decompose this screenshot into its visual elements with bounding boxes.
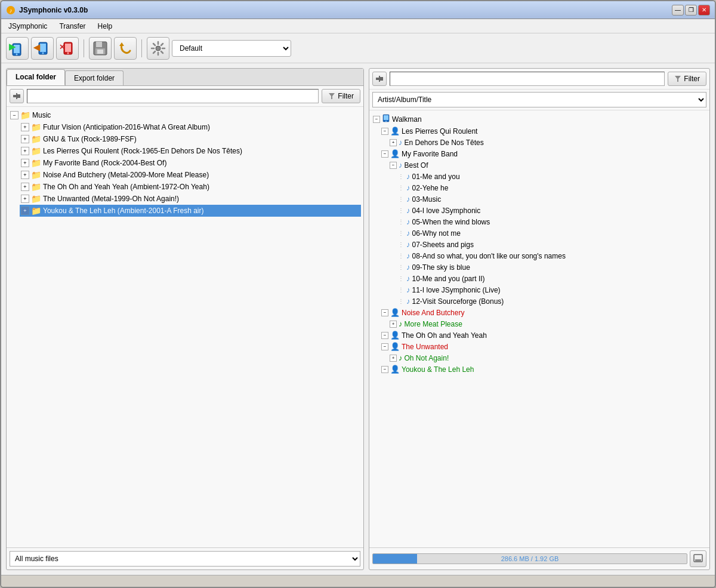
- remove-device-button[interactable]: ✕: [56, 37, 79, 60]
- tab-export-folder[interactable]: Export folder: [65, 70, 124, 85]
- list-item[interactable]: + 📁 Futur Vision (Anticipation-2016-What…: [20, 121, 361, 133]
- album-expander[interactable]: +: [390, 321, 397, 328]
- track-icon: ♪: [406, 263, 411, 272]
- list-item[interactable]: ⋮ ♪ 03-Music: [397, 193, 707, 205]
- item-expander[interactable]: +: [21, 171, 29, 179]
- list-item[interactable]: − 👤 Noise And Butchery: [380, 307, 707, 318]
- svg-rect-32: [376, 78, 379, 80]
- album-expander[interactable]: −: [390, 162, 397, 169]
- svg-rect-7: [40, 44, 46, 52]
- list-item[interactable]: + 📁 The Unwanted (Metal-1999-Oh Not Agai…: [20, 193, 361, 205]
- item-expander[interactable]: +: [21, 183, 29, 191]
- root-folder-icon: 📁: [20, 110, 30, 120]
- save-button[interactable]: [89, 37, 112, 60]
- list-item[interactable]: ⋮ ♪ 06-Why not me: [397, 227, 707, 239]
- undo-button[interactable]: [114, 37, 137, 60]
- artist-expander[interactable]: −: [381, 309, 388, 316]
- list-item[interactable]: − 👤 The Unwanted: [380, 341, 707, 352]
- track-icon: ♪: [406, 183, 411, 192]
- menu-jsymphonic[interactable]: JSymphonic: [6, 21, 50, 32]
- list-item[interactable]: ⋮ ♪ 10-Me and you (part II): [397, 273, 707, 284]
- list-item[interactable]: − 👤 Youkou & The Leh Leh: [380, 364, 707, 375]
- menu-help[interactable]: Help: [95, 21, 115, 32]
- list-item[interactable]: ⋮ ♪ 04-I love JSymphonic: [397, 205, 707, 216]
- list-item[interactable]: + 📁 Les Pierres Qui Roulent (Rock-1965-E…: [20, 145, 361, 157]
- album-expander[interactable]: +: [390, 355, 397, 362]
- list-item[interactable]: + 📁 GNU & Tux (Rock-1989-FSF): [20, 133, 361, 145]
- list-item[interactable]: ⋮ ♪ 09-The sky is blue: [397, 261, 707, 273]
- list-item[interactable]: + 📁 The Oh Oh and Yeah Yeah (Ambient-197…: [20, 181, 361, 193]
- right-filter-button[interactable]: Filter: [668, 72, 706, 86]
- tree-item-label: The Oh Oh and Yeah Yeah (Ambient-1972-Oh…: [43, 183, 209, 191]
- item-expander[interactable]: +: [21, 135, 29, 143]
- artist-label: The Oh Oh and Yeah Yeah: [402, 331, 487, 340]
- list-item[interactable]: − 👤 Les Pierres Qui Roulent: [380, 125, 707, 137]
- left-bottom-bar: All music files: [7, 547, 363, 569]
- menu-transfer[interactable]: Transfer: [57, 21, 88, 32]
- list-item[interactable]: + ♪ En Dehors De Nos Têtes: [388, 137, 707, 148]
- root-expander[interactable]: −: [10, 111, 18, 119]
- item-expander[interactable]: +: [21, 195, 29, 203]
- minimize-button[interactable]: —: [672, 5, 684, 16]
- item-expander[interactable]: +: [21, 159, 29, 167]
- left-tree[interactable]: − 📁 Music + 📁 Futur Vision (Anticipation…: [7, 107, 363, 547]
- connect-device-button[interactable]: ◀: [31, 37, 54, 60]
- artist-expander[interactable]: −: [381, 128, 388, 135]
- list-item[interactable]: − 👤 The Oh Oh and Yeah Yeah: [380, 330, 707, 341]
- right-tree[interactable]: − Walkman − 👤 Les Pierres Qui Roulent + …: [369, 110, 709, 547]
- right-panel: Filter Artist/Album/Title − Walkman: [369, 68, 710, 570]
- tree-item-label: Les Pierres Qui Roulent (Rock-1965-En De…: [43, 147, 242, 155]
- left-filter-button[interactable]: Filter: [322, 89, 360, 103]
- album-expander[interactable]: +: [390, 139, 397, 146]
- right-filter-input[interactable]: [390, 72, 665, 86]
- folder-icon: 📁: [31, 122, 41, 132]
- main-window: ♪ JSymphonic v0.3.0b — ❒ ✕ JSymphonic Tr…: [0, 0, 716, 588]
- tree-item-label: GNU & Tux (Rock-1989-FSF): [43, 135, 137, 143]
- item-expander[interactable]: +: [21, 123, 29, 131]
- device-select-bar: Artist/Album/Title: [369, 90, 709, 110]
- track-label: 05-When the wind blows: [412, 218, 490, 226]
- right-filter-clear-button[interactable]: [372, 72, 387, 86]
- album-label: Oh Not Again!: [405, 354, 449, 362]
- artist-expander[interactable]: −: [381, 366, 388, 373]
- tree-root[interactable]: − 📁 Music: [9, 109, 361, 121]
- left-filter-input[interactable]: [27, 89, 319, 103]
- settings-button[interactable]: [147, 37, 169, 60]
- list-item[interactable]: ⋮ ♪ 02-Yehe he: [397, 182, 707, 193]
- artist-expander[interactable]: −: [381, 150, 388, 158]
- list-item[interactable]: + ♪ Oh Not Again!: [388, 352, 707, 364]
- device-root[interactable]: − Walkman: [372, 113, 707, 125]
- svg-point-19: [156, 46, 161, 51]
- list-item[interactable]: + ♪ More Meat Please: [388, 318, 707, 330]
- item-expander[interactable]: +: [21, 147, 29, 155]
- device-expander[interactable]: −: [373, 116, 380, 123]
- list-item[interactable]: + 📁 My Favorite Band (Rock-2004-Best Of): [20, 157, 361, 169]
- list-item-selected[interactable]: + 📁 Youkou & The Leh Leh (Ambient-2001-A…: [20, 205, 361, 217]
- list-item[interactable]: ⋮ ♪ 07-Sheets and pigs: [397, 239, 707, 250]
- maximize-button[interactable]: ❒: [685, 5, 697, 16]
- left-filter-clear-button[interactable]: [10, 89, 24, 103]
- list-item[interactable]: ⋮ ♪ 05-When the wind blows: [397, 216, 707, 227]
- list-item[interactable]: ⋮ ♪ 08-And so what, you don't like our s…: [397, 250, 707, 261]
- profile-select[interactable]: Default: [172, 40, 291, 57]
- list-item[interactable]: + 📁 Noise And Butchery (Metal-2009-More …: [20, 169, 361, 181]
- device-view-select[interactable]: Artist/Album/Title: [372, 92, 706, 107]
- close-button[interactable]: ✕: [698, 5, 710, 16]
- tab-local-folder[interactable]: Local folder: [7, 69, 65, 85]
- artist-expander[interactable]: −: [381, 343, 388, 350]
- artist-expander[interactable]: −: [381, 332, 388, 339]
- album-label: En Dehors De Nos Têtes: [405, 138, 484, 147]
- list-item[interactable]: − 👤 My Favorite Band: [380, 148, 707, 159]
- artist-label: My Favorite Band: [402, 150, 458, 158]
- list-item[interactable]: − ♪ Best Of: [388, 159, 707, 171]
- file-type-select[interactable]: All music files: [10, 551, 360, 567]
- list-item[interactable]: ⋮ ♪ 01-Me and you: [397, 171, 707, 182]
- add-device-button[interactable]: ▶: [6, 37, 29, 60]
- list-item[interactable]: ⋮ ♪ 12-Visit Sourceforge (Bonus): [397, 295, 707, 307]
- svg-rect-17: [97, 50, 103, 54]
- track-label: 04-I love JSymphonic: [412, 207, 481, 215]
- svg-point-8: [42, 52, 44, 54]
- fullscreen-button[interactable]: [690, 550, 706, 567]
- item-expander[interactable]: +: [21, 207, 29, 215]
- list-item[interactable]: ⋮ ♪ 11-I love JSymphonic (Live): [397, 284, 707, 295]
